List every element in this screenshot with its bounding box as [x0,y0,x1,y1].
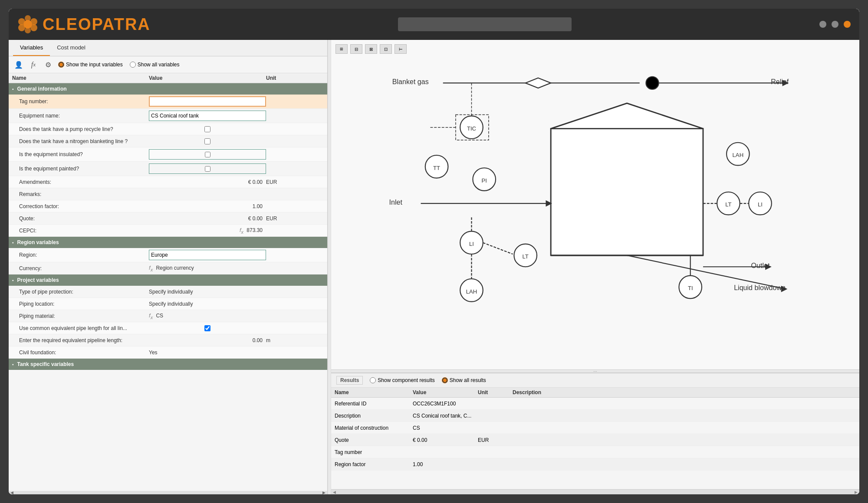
row-value[interactable] [149,250,266,260]
results-rows: Referential ID OCC26C3M1F100 Description… [331,398,859,489]
resize-handle[interactable]: ··· [331,369,859,373]
table-row: Civil foundation: Yes [9,346,327,359]
scroll-right-arrow[interactable]: ▶ [322,490,326,494]
function-icon[interactable]: fx [29,60,38,69]
table-row: Type of pipe protection: Specify individ… [9,286,327,298]
row-value: fx 873.30 [149,227,266,235]
logo-icon [17,14,38,35]
panel-divider[interactable] [328,40,331,494]
scroll-left[interactable]: ◀ [333,490,336,494]
results-col-value: Value [413,389,478,395]
insulated-checkbox[interactable] [205,152,210,157]
table-row: Equipment name: [9,109,327,123]
left-panel-scrollbar: ◀ ▶ [9,491,327,494]
radio-group: Show the input variables Show all variab… [58,62,179,68]
right-panel: ⊞ ⊟ ⊠ ⊡ ⊢ Blanket gas Relief [331,40,859,494]
row-value: € 0.00 [149,179,266,185]
svg-point-3 [18,24,25,31]
row-label: Region: [12,252,149,258]
row-value [149,138,266,144]
result-value: CS [413,425,478,431]
section-project[interactable]: ▪ Project variables [9,274,327,286]
nitrogen-blanketing-checkbox[interactable] [204,138,210,144]
radio-component-results[interactable]: Show component results [370,377,434,383]
svg-text:PI: PI [482,177,487,184]
table-row: Region: [9,248,327,262]
row-value [149,163,266,174]
diagram-svg: Blanket gas Relief TIC [331,40,859,369]
row-value: Yes [149,349,266,356]
svg-text:LI: LI [469,241,474,247]
row-value: fx Region currency [149,265,266,272]
diagram-tool-3[interactable]: ⊠ [365,44,377,54]
close-button[interactable] [844,21,851,28]
row-label: Is the equipment painted? [12,166,149,172]
results-header: Results Show component results Show all … [331,373,859,388]
minimize-button[interactable] [819,21,826,28]
result-name: Referential ID [335,401,413,407]
row-value: 1.00 [149,203,266,209]
titlebar: CLEOPATRA [9,9,859,40]
collapse-icon-project: ▪ [12,278,14,283]
equipment-name-input[interactable] [149,111,266,121]
diagram-tool-5[interactable]: ⊢ [395,44,407,54]
row-label: Does the tank have a nitrogen blanketing… [12,138,149,144]
pump-recycle-checkbox[interactable] [204,126,210,132]
results-row: Referential ID OCC26C3M1F100 [331,398,859,410]
tank-body [551,129,703,255]
row-value[interactable] [149,111,266,121]
table-row: Amendments: € 0.00 EUR [9,176,327,188]
table-row: Correction factor: 1.00 [9,200,327,212]
svg-point-2 [30,18,37,25]
person-icon[interactable]: 👤 [14,60,23,69]
row-label: Use common equivalent pipe length for al… [12,325,149,331]
results-radio-group: Show component results Show all results [370,377,486,383]
scroll-left-arrow[interactable]: ◀ [10,490,13,494]
row-label: Does the tank have a pump recycle line? [12,126,149,132]
results-col-unit: Unit [478,389,513,395]
row-label: Correction factor: [12,203,149,209]
search-bar[interactable] [398,17,572,31]
tag-number-input[interactable] [149,96,266,107]
row-label: Is the equipment insulated? [12,151,149,157]
result-name: Region factor [335,461,413,467]
maximize-button[interactable] [832,21,838,28]
radio-input-variables[interactable]: Show the input variables [58,62,123,68]
diagram-area: ⊞ ⊟ ⊠ ⊡ ⊢ Blanket gas Relief [331,40,859,369]
row-unit: m [266,337,309,343]
logo-area: CLEOPATRA [17,14,151,35]
col-value: Value [149,75,266,81]
row-label: Civil foundation: [12,349,149,356]
collapse-icon-general: ▪ [12,87,14,91]
results-row: Quote € 0.00 EUR [331,434,859,446]
region-input[interactable] [149,250,266,260]
row-value[interactable] [149,96,266,107]
diagram-tool-2[interactable]: ⊟ [350,44,362,54]
fx-icon: fx [149,312,153,319]
settings-icon[interactable]: ⚙ [43,60,53,69]
results-table-wrapper: Name Value Unit Description Referential … [331,388,859,489]
table-row: Quote: € 0.00 EUR [9,212,327,225]
row-unit: EUR [266,179,309,185]
diagram-tool-1[interactable]: ⊞ [335,44,348,54]
common-pipe-length-checkbox[interactable] [204,325,210,331]
section-region[interactable]: ▪ Region variables [9,237,327,248]
results-row: Region factor 1.00 [331,458,859,470]
diagram-tool-4[interactable]: ⊡ [380,44,392,54]
section-tank[interactable]: ▪ Tank specific variables [9,359,327,370]
svg-point-1 [18,18,25,25]
tab-cost-model[interactable]: Cost model [50,40,92,56]
results-title: Results [336,376,363,385]
titlebar-controls [819,21,851,28]
ball-valve-icon [646,77,658,89]
table-row: Piping material: fx CS [9,310,327,322]
painted-checkbox[interactable] [205,166,210,172]
row-value [149,325,266,331]
svg-point-4 [30,24,37,31]
scroll-right[interactable]: ▶ [855,490,858,494]
tab-variables[interactable]: Variables [13,40,50,56]
radio-all-variables[interactable]: Show all variables [130,62,180,68]
svg-text:LAH: LAH [466,288,477,295]
radio-all-results[interactable]: Show all results [442,377,486,383]
section-general[interactable]: ▪ General information [9,83,327,95]
